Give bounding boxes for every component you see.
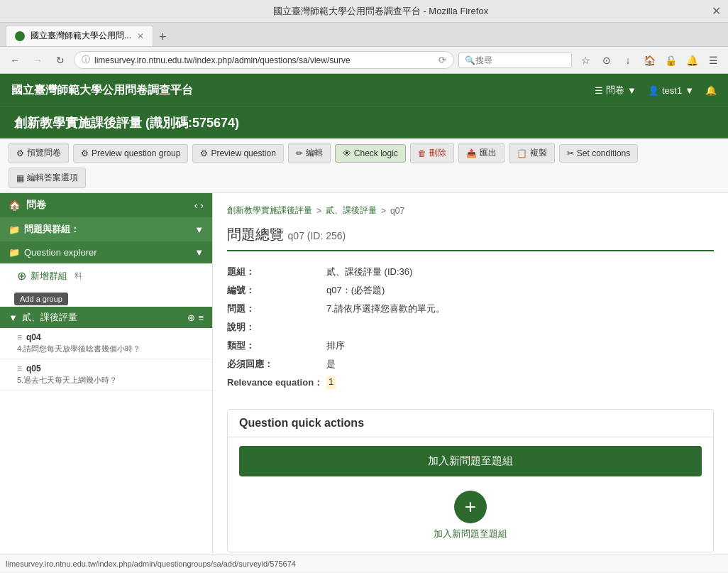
- info-row-note: 說明：: [227, 318, 714, 337]
- add-group-plus-icon: ⊕: [17, 269, 26, 283]
- info-row-relevance: Relevance equation： 1: [227, 373, 714, 392]
- home-icon[interactable]: ⊙: [597, 51, 616, 70]
- check-logic-button[interactable]: 👁 Check logic: [335, 144, 406, 163]
- lock-icon: ⓘ: [82, 54, 90, 66]
- sidebar-question-q04[interactable]: ≡ q04 4.請問您每天放學後唸書幾個小時？: [0, 328, 212, 359]
- active-tab[interactable]: 國立臺灣師範大學公用問... ✕: [6, 25, 153, 46]
- conditions-icon: ✂: [567, 148, 574, 158]
- group-value: 貳、課後評量 (ID:36): [326, 266, 412, 278]
- add-group-item[interactable]: ⊕ 新增群組 料 Add a group: [0, 263, 212, 285]
- search-bar[interactable]: 🔍: [458, 53, 572, 68]
- sidebar-nav-buttons: ‹ ›: [194, 200, 204, 211]
- forward-button[interactable]: →: [28, 51, 47, 70]
- add-question-icon-area[interactable]: + 加入新問題至題組: [228, 485, 713, 552]
- info-row-question: 問題： 7.請依序選擇您喜歡的單元。: [227, 300, 714, 318]
- breadcrumb-sep1: >: [316, 206, 321, 216]
- sidebar-prev-button[interactable]: ‹: [194, 200, 198, 211]
- back-button[interactable]: ←: [6, 51, 24, 70]
- preview-question-button[interactable]: ⚙ Preview question: [192, 144, 283, 163]
- app-header-right: ☰ 問卷 ▼ 👤 test1 ▼ 🔔: [595, 84, 717, 97]
- set-conditions-button[interactable]: ✂ Set conditions: [559, 144, 638, 163]
- close-icon[interactable]: ✕: [712, 4, 721, 18]
- info-table: 題組： 貳、課後評量 (ID:36) 編號： q07：(必答題) 問題： 7.請…: [227, 263, 714, 392]
- preview-group-button[interactable]: ⚙ Preview question group: [73, 144, 188, 163]
- info-row-required: 必須回應： 是: [227, 355, 714, 373]
- copy-icon: 📋: [517, 148, 527, 158]
- notification-icon[interactable]: 🔔: [683, 51, 701, 70]
- q05-icon: ≡: [17, 364, 22, 373]
- sidebar-home[interactable]: 🏠 問卷 ‹ ›: [0, 193, 212, 217]
- home-sidebar-icon: 🏠: [9, 200, 21, 211]
- preview-survey-button[interactable]: ⚙ 預覽問卷: [9, 143, 69, 163]
- gear-icon: ⚙: [16, 148, 24, 158]
- survey-title-bar: 創新教學實施課後評量 (識別碼:575674): [0, 107, 728, 138]
- q04-title: ≡ q04: [17, 332, 204, 342]
- q04-text: 4.請問您每天放學後唸書幾個小時？: [17, 344, 204, 354]
- surveys-menu-button[interactable]: ☰ 問卷 ▼: [595, 84, 636, 97]
- pencil-icon: ✏: [296, 148, 303, 158]
- user-icon: 👤: [648, 85, 659, 96]
- sidebar-section-questions[interactable]: 📁 問題與群組： ▼: [0, 217, 212, 241]
- breadcrumb-survey[interactable]: 創新教學實施課後評量: [227, 204, 312, 217]
- notification-bell-button[interactable]: 🔔: [705, 85, 717, 96]
- q05-text: 5.過去七天每天上網幾小時？: [17, 375, 204, 386]
- required-label: 必須回應：: [227, 358, 326, 371]
- add-circle-icon: +: [454, 491, 487, 523]
- bell-icon: 🔔: [705, 85, 717, 96]
- delete-button[interactable]: 🗑 刪除: [410, 143, 454, 163]
- shield-icon[interactable]: 🏠: [640, 51, 658, 70]
- new-tab-button[interactable]: +: [153, 30, 172, 45]
- question-explorer[interactable]: 📁 Question explorer ▼: [0, 241, 212, 263]
- search-input[interactable]: [475, 55, 561, 65]
- explorer-icon: 📁: [9, 247, 20, 258]
- toolbar-icons: ☆ ⊙ ↓ 🏠 🔒 🔔 ☰: [576, 51, 722, 70]
- q05-title: ≡ q05: [17, 364, 204, 373]
- refresh-button[interactable]: ↻: [51, 51, 70, 70]
- menu-icon[interactable]: ☰: [704, 51, 722, 70]
- copy-button[interactable]: 📋 複製: [509, 143, 555, 163]
- content-subtitle: q07 (ID: 256): [288, 230, 346, 241]
- address-input[interactable]: [94, 55, 434, 65]
- explorer-arrow-icon: ▼: [194, 247, 204, 258]
- info-row-type: 類型： 排序: [227, 337, 714, 355]
- browser-tabs: 國立臺灣師範大學公用問... ✕ +: [0, 23, 728, 47]
- group-add-icon[interactable]: ⊕: [187, 312, 195, 323]
- sidebar-question-q05[interactable]: ≡ q05 5.過去七天每天上網幾小時？: [0, 359, 212, 391]
- user-menu-button[interactable]: 👤 test1 ▼: [648, 85, 694, 96]
- edit-button[interactable]: ✏ 編輯: [288, 143, 331, 163]
- breadcrumb-group[interactable]: 貳、課後評量: [326, 204, 377, 217]
- address-bar[interactable]: ⓘ ⟳: [74, 51, 454, 69]
- bookmark-icon[interactable]: ☆: [576, 51, 595, 70]
- download-icon[interactable]: ↓: [619, 51, 637, 70]
- add-group-link[interactable]: 新增群組: [31, 270, 67, 283]
- add-question-button[interactable]: 加入新問題至題組: [239, 446, 702, 476]
- group-label: 題組：: [227, 266, 326, 278]
- app-header: 國立臺灣師範大學公用問卷調查平台 ☰ 問卷 ▼ 👤 test1 ▼ 🔔: [0, 74, 728, 107]
- reload-icon[interactable]: ⟳: [439, 55, 446, 65]
- type-label: 類型：: [227, 339, 326, 352]
- folder-icon: 📁: [9, 224, 20, 235]
- browser-titlebar: 國立臺灣師範大學公用問卷調查平台 - Mozilla Firefox ✕: [0, 0, 728, 23]
- code-label: 編號：: [227, 284, 326, 297]
- security-icon[interactable]: 🔒: [661, 51, 680, 70]
- edit-answers-button[interactable]: ▦ 編輯答案選項: [9, 168, 86, 188]
- caret-down-icon: ▼: [685, 85, 694, 96]
- caret-icon: ▼: [627, 85, 636, 96]
- type-value: 排序: [326, 339, 345, 352]
- q04-icon: ≡: [17, 332, 22, 342]
- sidebar-home-label: 🏠 問卷: [9, 199, 46, 212]
- info-row-group: 題組： 貳、課後評量 (ID:36): [227, 263, 714, 281]
- question-value: 7.請依序選擇您喜歡的單元。: [326, 302, 445, 315]
- tab-close-icon[interactable]: ✕: [137, 31, 144, 41]
- status-url: limesurvey.iro.ntnu.edu.tw/index.php/adm…: [6, 560, 296, 568]
- sidebar-next-button[interactable]: ›: [200, 200, 204, 211]
- main-content: 創新教學實施課後評量 > 貳、課後評量 > q07 問題總覽 q07 (ID: …: [213, 193, 728, 555]
- tab-label: 國立臺灣師範大學公用問...: [31, 30, 131, 42]
- export-icon: 📤: [466, 148, 477, 158]
- export-button[interactable]: 📤 匯出: [458, 143, 504, 163]
- sidebar-group-item[interactable]: ▼ 貳、課後評量 ⊕ ≡: [0, 307, 212, 328]
- group-list-icon[interactable]: ≡: [198, 312, 204, 323]
- breadcrumb-sep2: >: [381, 206, 386, 216]
- question-label: 問題：: [227, 302, 326, 315]
- quick-actions-title: Question quick actions: [228, 410, 713, 437]
